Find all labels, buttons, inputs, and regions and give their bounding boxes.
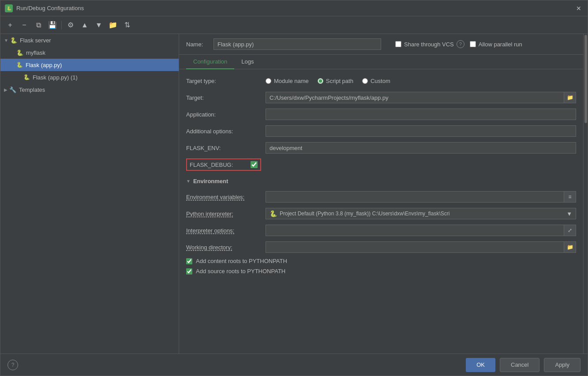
python-interpreter-select[interactable]: 🐍 Project Default (Python 3.8 (my_flask)…: [266, 208, 576, 219]
environment-section-arrow: ▼: [186, 179, 191, 184]
myflask-label: myflask: [26, 49, 45, 56]
flask-server-label: Flask server: [20, 37, 51, 44]
add-content-roots-checkbox[interactable]: [186, 258, 192, 264]
ok-button[interactable]: OK: [466, 358, 495, 372]
environment-section-header[interactable]: ▼ Environment: [186, 175, 576, 187]
radio-module-name-input[interactable]: [266, 78, 271, 84]
target-browse-button[interactable]: 📁: [564, 92, 576, 103]
help-icon-share[interactable]: ?: [457, 40, 464, 48]
footer-right: OK Cancel Apply: [466, 358, 581, 372]
allow-parallel-label: Allow parallel run: [479, 41, 522, 48]
name-row: Name: Share through VCS ? Allow parallel…: [179, 34, 583, 55]
flask-debug-row: FLASK_DEBUG:: [186, 158, 261, 171]
tab-logs[interactable]: Logs: [234, 55, 261, 69]
radio-module-name[interactable]: Module name: [266, 78, 309, 84]
templates-icon: 🔧: [9, 86, 16, 93]
target-input-group: 📁: [266, 92, 576, 103]
environment-section-title: Environment: [193, 178, 228, 184]
radio-custom[interactable]: Custom: [362, 78, 390, 84]
add-content-roots-row: Add content roots to PYTHONPATH: [186, 258, 576, 264]
radio-custom-input[interactable]: [362, 78, 368, 84]
flask-app-icon: 🐍: [16, 62, 23, 68]
templates-label: Templates: [19, 86, 45, 93]
python-icon: 🐍: [270, 210, 277, 217]
flask-debug-checkbox[interactable]: [251, 161, 258, 168]
tab-configuration[interactable]: Configuration: [186, 55, 234, 69]
expand-arrow-templates: ▶: [4, 87, 7, 92]
window: 🐍 Run/Debug Configurations ✕ + − ⧉ 💾 ⚙ ▲…: [0, 0, 588, 376]
myflask-icon: 🐍: [16, 49, 23, 56]
sidebar-item-templates[interactable]: ▶ 🔧 Templates: [0, 83, 179, 96]
name-row-right: Share through VCS ? Allow parallel run: [395, 40, 522, 48]
share-vcs-label: Share through VCS: [404, 41, 454, 48]
flask-debug-label: FLASK_DEBUG:: [190, 162, 247, 168]
application-label: Application:: [186, 111, 266, 118]
folder-button[interactable]: 📁: [107, 19, 119, 31]
name-label: Name:: [186, 41, 208, 48]
additional-options-label: Additional options:: [186, 128, 266, 135]
radio-script-path[interactable]: Script path: [318, 78, 353, 84]
move-down-button[interactable]: ▼: [93, 19, 105, 31]
flask-server-icon: 🐍: [10, 37, 17, 44]
radio-script-path-input[interactable]: [318, 78, 323, 84]
allow-parallel-checkbox[interactable]: [470, 41, 476, 47]
working-directory-browse-button[interactable]: 📁: [564, 241, 576, 253]
toolbar: + − ⧉ 💾 ⚙ ▲ ▼ 📁 ⇅: [0, 16, 588, 34]
settings-button[interactable]: ⚙: [64, 19, 77, 31]
sidebar-item-flask-server[interactable]: ▼ 🐍 Flask server: [0, 34, 179, 46]
sort-button[interactable]: ⇅: [121, 19, 133, 31]
working-directory-row: Working directory: 📁: [186, 241, 576, 253]
move-up-button[interactable]: ▲: [79, 19, 91, 31]
main-content: ▼ 🐍 Flask server 🐍 myflask 🐍 Flask (app.…: [0, 34, 588, 353]
python-interpreter-value: Project Default (Python 3.8 (my_flask)) …: [280, 211, 565, 217]
name-input[interactable]: [213, 38, 381, 50]
interpreter-options-input[interactable]: [266, 225, 564, 236]
sidebar-item-flask-app-py-1[interactable]: 🐍 Flask (app.py) (1): [0, 71, 179, 83]
footer-left: ?: [7, 360, 18, 370]
flask-env-input[interactable]: [266, 142, 576, 154]
add-source-roots-checkbox[interactable]: [186, 268, 192, 274]
right-scrollbar[interactable]: [583, 34, 588, 353]
sidebar-item-flask-app-py[interactable]: 🐍 Flask (app.py): [0, 59, 179, 71]
share-vcs-checkbox[interactable]: [395, 41, 401, 47]
remove-button[interactable]: −: [18, 19, 30, 31]
target-input[interactable]: [266, 92, 564, 103]
separator-1: [61, 21, 62, 30]
env-variables-label: Environment variables:: [186, 194, 266, 200]
config-body: Target type: Module name Script path: [179, 69, 583, 353]
add-button[interactable]: +: [4, 19, 16, 31]
env-variables-edit-button[interactable]: ≡: [564, 191, 576, 203]
title-bar: 🐍 Run/Debug Configurations ✕: [0, 0, 588, 16]
flask-app-1-icon: 🐍: [23, 74, 30, 80]
python-interpreter-label: Python interpreter:: [186, 211, 266, 217]
env-variables-row: Environment variables: ≡: [186, 191, 576, 203]
interpreter-dropdown-arrow: ▼: [566, 211, 572, 217]
working-directory-group: 📁: [266, 241, 576, 253]
cancel-button[interactable]: Cancel: [500, 358, 539, 372]
save-button[interactable]: 💾: [46, 19, 59, 31]
copy-button[interactable]: ⧉: [32, 19, 45, 31]
module-name-label: Module name: [274, 78, 309, 84]
custom-label: Custom: [371, 78, 390, 84]
sidebar-item-myflask[interactable]: 🐍 myflask: [0, 46, 179, 59]
flask-env-label: FLASK_ENV:: [186, 145, 266, 151]
add-source-roots-label: Add source roots to PYTHONPATH: [196, 268, 285, 274]
interpreter-options-expand-button[interactable]: ⤢: [564, 225, 576, 236]
target-row: Target: 📁: [186, 91, 576, 104]
flask-env-row: FLASK_ENV:: [186, 142, 576, 154]
application-input[interactable]: [266, 109, 576, 120]
app-icon: 🐍: [5, 4, 13, 12]
apply-button[interactable]: Apply: [544, 358, 581, 372]
working-directory-input[interactable]: [266, 241, 564, 253]
target-type-label: Target type:: [186, 78, 266, 84]
window-title: Run/Debug Configurations: [16, 5, 84, 11]
svg-text:🐍: 🐍: [7, 6, 12, 11]
tabs-row: Configuration Logs: [179, 55, 583, 69]
target-type-row: Target type: Module name Script path: [186, 75, 576, 87]
help-button[interactable]: ?: [7, 360, 18, 370]
env-variables-input[interactable]: [266, 191, 564, 203]
additional-options-input[interactable]: [266, 125, 576, 137]
close-button[interactable]: ✕: [574, 4, 583, 13]
scrollbar-thumb[interactable]: [584, 35, 587, 123]
application-row: Application:: [186, 108, 576, 120]
